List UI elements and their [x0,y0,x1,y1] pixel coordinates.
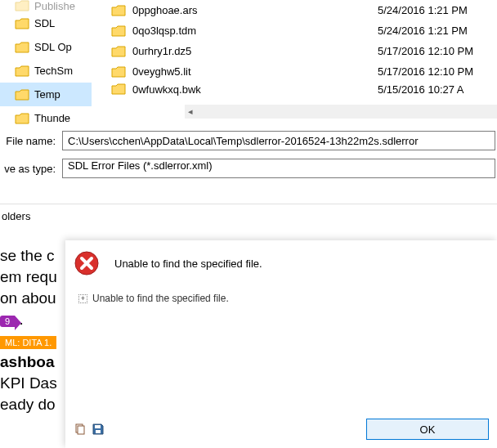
file-date: 5/17/2016 12:10 PM [378,65,473,78]
folder-icon [111,25,126,37]
file-name: 0qo3lqsp.tdm [132,25,378,37]
scroll-left-icon[interactable]: ◂ [188,106,193,117]
save-type-value: SDL Error Files (*.sdlerror.xml) [68,159,212,172]
file-row[interactable]: 0urhry1r.dz5 5/17/2016 12:10 PM [92,41,497,61]
file-name-label: File name: [0,135,62,147]
tree-label: Temp [34,88,60,101]
svg-rect-2 [78,426,84,434]
folder-icon [111,83,126,95]
toolbar: olders [0,204,497,228]
folder-icon [111,66,126,78]
file-name: 0urhry1r.dz5 [132,45,378,57]
file-name: 0wfuwkxq.bwk [132,83,378,96]
error-detail-text: Unable to find the specified file. [92,293,229,304]
folder-icon [15,89,29,101]
file-row[interactable]: 0veyghw5.lit 5/17/2016 12:10 PM [92,61,497,82]
folder-icon [15,42,29,53]
copy-icon[interactable] [74,423,87,436]
tree-label: Thunde [34,112,70,124]
error-detail-node[interactable]: + Unable to find the specified file. [78,293,484,304]
bg-text-line: 9 . [0,311,65,329]
bg-text-line: se the c [0,247,65,265]
folder-icon [15,65,29,77]
bg-text-line: ML: DITA 1. [0,332,65,350]
file-name: 0ppghoae.ars [132,4,378,16]
folder-icon [15,113,29,124]
folder-icon [15,18,29,29]
tree-item[interactable]: SDL [0,11,92,35]
tree-label: SDL Op [34,41,72,53]
tree-label: Publishe [34,0,75,12]
file-row[interactable]: 0ppghoae.ars 5/24/2016 1:21 PM [92,0,497,20]
file-date: 5/17/2016 12:10 PM [378,45,473,57]
save-type-select[interactable]: SDL Error Files (*.sdlerror.xml) [62,159,495,178]
file-list[interactable]: 0ppghoae.ars 5/24/2016 1:21 PM 0qo3lqsp.… [92,0,497,119]
tree-item[interactable]: SDL Op [0,35,92,59]
tree-label: TechSm [34,65,73,77]
background-document: se the c em requ on abou 9 . ML: DITA 1.… [0,247,65,417]
file-name-input[interactable] [62,131,495,150]
save-type-label: ve as type: [0,163,62,175]
file-name: 0veyghw5.lit [132,65,378,78]
bg-text-line: eady do [0,396,65,414]
orange-badge: ML: DITA 1. [0,336,56,349]
file-row[interactable]: 0wfuwkxq.bwk 5/15/2016 10:27 A [92,82,497,96]
svg-rect-3 [95,425,101,428]
tree-item[interactable]: Thunde [0,106,92,130]
error-dialog: Unable to find the specified file. + Una… [65,240,497,448]
file-date: 5/15/2016 10:27 A [378,83,464,96]
file-date: 5/24/2016 1:21 PM [378,25,468,37]
file-row[interactable]: 0qo3lqsp.tdm 5/24/2016 1:21 PM [92,20,497,41]
hide-folders-link[interactable]: olders [2,210,30,222]
error-icon [74,250,100,276]
error-title: Unable to find the specified file. [114,258,262,270]
bg-text-line: ashboa [0,353,65,371]
folder-icon [15,0,29,11]
purple-badge: 9 [0,316,15,327]
tree-item-selected[interactable]: Temp [0,83,92,106]
tree-label: SDL [34,17,55,29]
file-date: 5/24/2016 1:21 PM [378,4,468,16]
folder-icon [111,46,126,57]
tree-item[interactable]: Publishe [0,0,92,11]
folder-icon [111,5,126,16]
horizontal-scrollbar[interactable]: ◂ [185,105,497,119]
bg-text-line: on abou [0,289,65,307]
bg-text-line: em requ [0,268,65,286]
expand-icon[interactable]: + [78,294,87,303]
folder-tree: Publishe SDL SDL Op TechSm Temp Thunde [0,0,92,119]
save-icon[interactable] [92,423,105,436]
ok-button[interactable]: OK [366,419,489,440]
svg-rect-4 [96,430,101,433]
tree-item[interactable]: TechSm [0,59,92,83]
bg-text-line: KPI Das [0,374,65,392]
error-details-panel: + Unable to find the specified file. [74,288,489,410]
